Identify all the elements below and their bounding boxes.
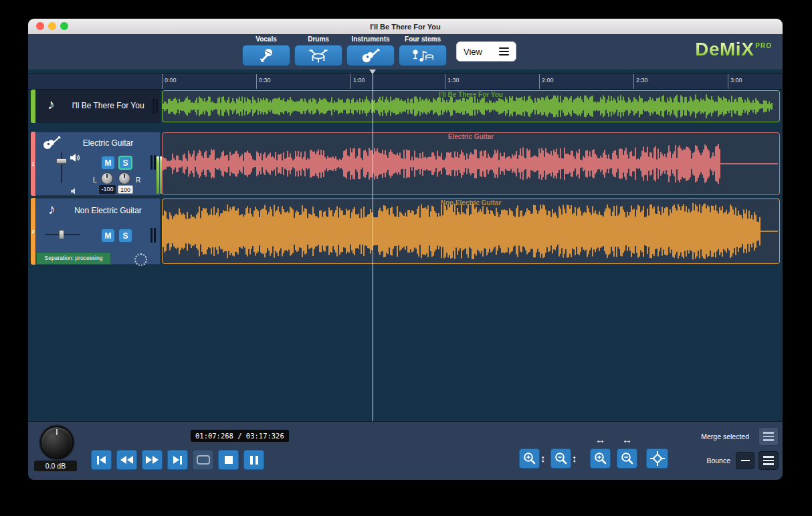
stem-group-instruments: Instruments xyxy=(346,35,395,66)
vertical-arrows-icon: ↕ xyxy=(540,453,546,464)
four-stems-separation-button[interactable] xyxy=(399,45,447,66)
fast-forward-button[interactable] xyxy=(142,450,163,470)
merge-selected-label: Merge selected xyxy=(701,432,749,440)
skip-to-end-button[interactable] xyxy=(167,450,188,470)
music-note-icon: ♪ xyxy=(48,201,56,217)
speaker-icon xyxy=(70,153,81,165)
left-triangle-icon xyxy=(100,456,106,464)
waveform-clip-label: I'll Be There For You xyxy=(163,91,779,98)
drums-separation-button[interactable] xyxy=(294,45,342,66)
level-meter-bars xyxy=(150,155,156,170)
pause-bar-icon xyxy=(256,456,258,465)
waveform-clip-mix[interactable]: I'll Be There For You xyxy=(162,90,780,122)
view-button[interactable]: View xyxy=(456,41,516,61)
logo-brand-text: DeMiX xyxy=(695,39,754,60)
hamburger-icon xyxy=(763,432,774,434)
zoom-out-vertical-button[interactable] xyxy=(550,448,571,469)
left-triangle-icon xyxy=(120,456,126,464)
vertical-arrows-icon: ↕ xyxy=(572,453,577,464)
waveform-clip-label: Non Electric Guitar xyxy=(163,199,779,207)
app-logo: DeMiX PRO xyxy=(695,39,772,60)
pan-left-knob[interactable] xyxy=(101,172,113,184)
waveform-clip-electric-guitar[interactable]: Electric Guitar xyxy=(162,132,780,195)
loop-icon xyxy=(197,455,210,465)
top-toolbar: Vocals Drums xyxy=(28,34,783,70)
track-color-strip xyxy=(31,90,35,123)
right-triangle-icon xyxy=(153,456,159,464)
track-mix-panel[interactable]: ♪ I'll Be There For You xyxy=(35,90,161,123)
playhead-line xyxy=(373,74,373,421)
stem-group-vocals: Vocals xyxy=(242,35,290,66)
hamburger-icon xyxy=(763,456,774,458)
track-name: Non Electric Guitar xyxy=(62,206,155,215)
timeline-ruler[interactable]: 0:000:301:001:302:002:303:00 xyxy=(28,74,783,90)
window-title: I'll Be There For You xyxy=(28,23,783,31)
pause-button[interactable] xyxy=(243,450,264,470)
track-row-non-electric-guitar: 2 ♪ Non Electric Guitar M S Separation: … xyxy=(31,198,780,265)
time-display: 01:07:268 / 03:17:326 xyxy=(191,430,289,442)
skip-to-start-button[interactable] xyxy=(91,450,112,470)
minimize-window-button[interactable] xyxy=(48,22,56,30)
zoom-in-vertical-button[interactable] xyxy=(519,448,540,469)
pan-left-label: L xyxy=(93,176,97,184)
track-index: 2 xyxy=(30,229,36,235)
drums-icon xyxy=(308,47,328,63)
transport-controls xyxy=(91,450,264,470)
separation-status-badge: Separation: processing xyxy=(36,252,111,265)
guitar-icon xyxy=(361,47,381,63)
stem-label-four-stems: Four stems xyxy=(399,35,447,44)
track-row-electric-guitar: 1 Electric Guitar xyxy=(31,132,780,196)
track-electric-guitar-panel[interactable]: Electric Guitar M S L xyxy=(35,132,161,196)
volume-fader[interactable] xyxy=(56,152,67,183)
master-volume-value: 0.0 dB xyxy=(34,461,77,471)
waveform-clip-label: Electric Guitar xyxy=(163,133,779,140)
track-name: I'll Be There For You xyxy=(61,101,155,110)
waveform-non-electric-guitar xyxy=(163,199,779,263)
zoom-fit-button[interactable] xyxy=(646,448,668,469)
track-name: Electric Guitar xyxy=(62,138,155,148)
pan-left-value[interactable]: -100 xyxy=(99,185,116,194)
waveform-clip-non-electric-guitar[interactable]: Non Electric Guitar xyxy=(162,199,780,264)
bounce-remove-button[interactable] xyxy=(736,452,754,469)
bounce-menu-button[interactable] xyxy=(758,451,779,470)
stem-group-four-stems: Four stems xyxy=(399,35,447,66)
fader-grip[interactable] xyxy=(56,158,67,164)
stem-label-vocals: Vocals xyxy=(242,35,290,44)
stem-group-drums: Drums xyxy=(294,35,342,66)
stem-label-drums: Drums xyxy=(294,35,342,44)
pan-right-knob[interactable] xyxy=(118,172,130,184)
mute-button[interactable]: M xyxy=(101,229,115,243)
arrangement-area: 0:000:301:001:302:002:303:00 ♪ I'll Be T… xyxy=(28,70,783,421)
volume-slider[interactable] xyxy=(45,230,80,239)
left-triangle-icon xyxy=(127,456,133,464)
stop-button[interactable] xyxy=(218,450,239,470)
solo-button[interactable]: S xyxy=(118,156,132,170)
mute-button[interactable]: M xyxy=(101,156,115,170)
horizontal-arrows-icon: ↔ xyxy=(590,434,611,445)
four-stems-icon xyxy=(411,47,434,64)
master-volume-knob[interactable] xyxy=(40,426,74,459)
solo-button[interactable]: S xyxy=(118,229,132,243)
start-bar-icon xyxy=(97,456,99,465)
playhead-marker[interactable] xyxy=(369,70,376,74)
track-non-electric-guitar-panel[interactable]: ♪ Non Electric Guitar M S Separation: pr… xyxy=(35,198,161,265)
pan-right-value[interactable]: 100 xyxy=(118,185,133,194)
maximize-window-button[interactable] xyxy=(60,22,68,30)
rewind-button[interactable] xyxy=(116,450,137,470)
pan-right-label: R xyxy=(136,176,140,184)
slider-grip[interactable] xyxy=(59,230,64,239)
processing-spinner-icon xyxy=(134,253,147,266)
horizontal-arrows-icon: ↔ xyxy=(617,434,637,445)
end-bar-icon xyxy=(180,456,182,465)
loop-button[interactable] xyxy=(193,450,213,470)
waveform-electric-guitar xyxy=(163,133,779,195)
pause-bar-icon xyxy=(250,456,253,465)
vocals-separation-button[interactable] xyxy=(242,45,290,66)
close-window-button[interactable] xyxy=(36,22,44,30)
magnifier-minus-icon xyxy=(620,451,635,466)
instruments-separation-button[interactable] xyxy=(346,45,395,66)
zoom-in-horizontal-button[interactable] xyxy=(590,448,611,469)
zoom-out-horizontal-button[interactable] xyxy=(617,448,637,469)
track-index: 1 xyxy=(30,161,36,167)
merge-menu-button[interactable] xyxy=(758,427,779,446)
